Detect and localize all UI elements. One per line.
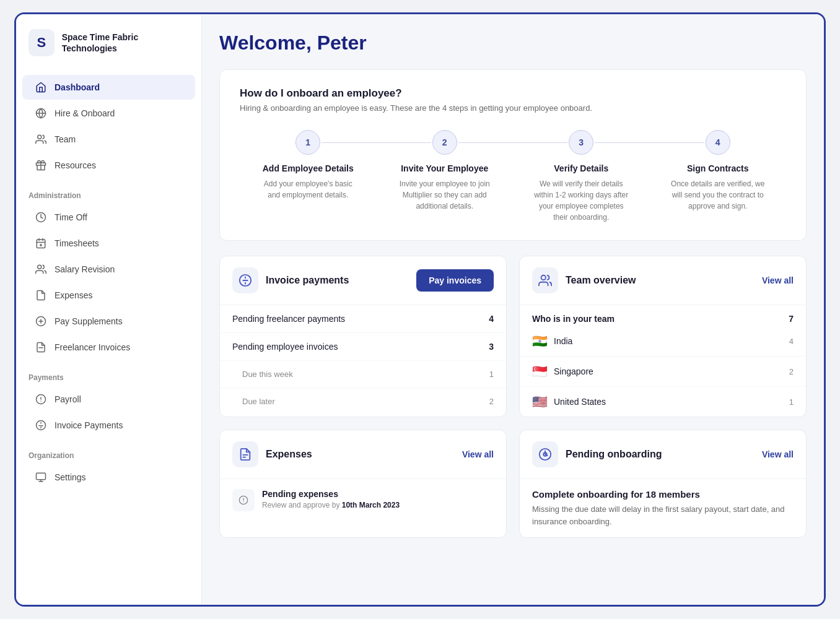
invoice-card-title: Invoice payments [266,275,349,286]
sidebar-item-label: Timesheets [55,238,99,248]
pending-exp-text: Pending expenses Review and approve by 1… [262,489,400,509]
company-name: Space Time Fabric Technologies [62,32,189,54]
org-section-label: Organization [16,444,201,464]
sidebar-item-invoice-payments[interactable]: Invoice Payments [22,413,195,438]
who-in-team-label: Who is in your team 7 [520,305,806,326]
step-2-desc: Invite your employee to join Multiplier … [395,178,494,212]
expenses-icon-wrap [232,441,258,467]
pending-onboarding-header: Pending onboarding View all [520,430,806,479]
expenses-card: Expenses View all Pending expenses Revie… [219,430,507,538]
pending-freelancer-value: 4 [489,314,494,324]
svg-point-24 [541,275,546,280]
singapore-count: 2 [789,367,794,376]
plus-circle-icon [35,315,47,327]
sidebar-item-timesheets[interactable]: Timesheets [22,231,195,256]
due-this-week-label: Due this week [242,370,293,379]
sidebar-item-label: Resources [55,160,96,170]
svg-point-12 [38,265,42,269]
step-2-circle: 2 [432,130,457,155]
steps-container: 1 Add Employee Details Add your employee… [240,130,786,223]
invoice-icon-wrap [232,267,258,293]
svg-rect-20 [37,473,46,480]
invoice-icon [35,341,47,353]
pending-onboarding-card: Pending onboarding View all Complete onb… [519,430,807,538]
settings-icon [35,471,47,483]
sidebar-item-label: Invoice Payments [55,420,123,430]
india-flag: 🇮🇳 [532,334,548,348]
sidebar-item-label: Salary Revision [55,264,115,274]
sidebar-logo: S Space Time Fabric Technologies [16,29,201,74]
expenses-header: Expenses View all [220,430,506,479]
card-header-left: Expenses [232,441,312,467]
country-india-row: 🇮🇳 India 4 [520,326,806,357]
sidebar-item-pay-supplements[interactable]: Pay Supplements [22,309,195,334]
onboarding-card-title: Pending onboarding [566,449,662,460]
onboarding-card-body: Complete onboarding for 18 members Missi… [520,479,806,537]
team-icon [35,133,47,145]
india-count: 4 [789,337,794,346]
invoice-card-body: Pending freelancer payments 4 Pending em… [220,305,506,415]
due-this-week-row: Due this week 1 [220,361,506,388]
due-later-row: Due later 2 [220,388,506,415]
pending-exp-desc: Review and approve by 10th March 2023 [262,501,400,509]
onboarding-card: How do I onboard an employee? Hiring & o… [219,69,807,241]
sidebar-item-label: Pay Supplements [55,316,123,326]
sidebar-item-settings[interactable]: Settings [22,465,195,490]
page-title: Welcome, Peter [219,32,807,54]
step-3-desc: We will verify their details within 1-2 … [532,178,631,223]
step-3-title: Verify Details [554,163,608,173]
nav-org-section: Organization Settings [16,444,201,491]
payments-section-label: Payments [16,366,201,386]
sidebar-item-hire-onboard[interactable]: Hire & Onboard [22,101,195,126]
admin-section-label: Administration [16,184,201,204]
onboarding-icon-wrap [532,441,558,467]
due-later-label: Due later [242,397,275,406]
salary-icon [35,263,47,275]
onboard-pending-desc: Missing the due date will delay in the f… [532,503,794,527]
sidebar-item-label: Hire & Onboard [55,108,115,118]
invoice-payments-header: Invoice payments Pay invoices [220,256,506,305]
expenses-card-title: Expenses [266,449,312,460]
sidebar-item-freelancer-invoices[interactable]: Freelancer Invoices [22,335,195,360]
us-count: 1 [789,397,794,407]
sidebar-item-expenses[interactable]: Expenses [22,283,195,308]
us-name: United States [554,397,783,407]
sidebar-item-payroll[interactable]: Payroll [22,387,195,412]
sidebar-item-label: Time Off [55,212,87,222]
sidebar-item-label: Freelancer Invoices [55,342,130,352]
team-view-all-button[interactable]: View all [762,275,794,285]
timesheet-icon [35,237,47,249]
main-content: Welcome, Peter How do I onboard an emplo… [202,14,824,605]
due-later-value: 2 [489,397,494,406]
card-header-left: Invoice payments [232,267,349,293]
payroll-icon [35,393,47,405]
pay-invoices-button[interactable]: Pay invoices [416,269,494,292]
india-name: India [554,336,783,346]
card-header-left: Team overview [532,267,636,293]
team-overview-header: Team overview View all [520,256,806,305]
sidebar-item-resources[interactable]: Resources [22,153,195,178]
sidebar-item-dashboard[interactable]: Dashboard [22,75,195,100]
pending-exp-icon [232,489,255,511]
pending-employee-label: Pending employee invoices [232,342,338,352]
nav-main-section: Dashboard Hire & Onboard Team Resources [16,74,201,179]
singapore-flag: 🇸🇬 [532,364,548,379]
expenses-icon [35,289,47,301]
pending-freelancer-label: Pending freelancer payments [232,314,345,324]
sidebar-item-label: Team [55,134,76,144]
globe-icon [35,107,47,119]
sidebar-item-team[interactable]: Team [22,127,195,152]
pending-employee-value: 3 [489,342,494,352]
sidebar-item-time-off[interactable]: Time Off [22,205,195,230]
pending-expenses-row: Pending expenses Review and approve by 1… [220,479,506,521]
expenses-card-body: Pending expenses Review and approve by 1… [220,479,506,521]
due-this-week-value: 1 [489,370,494,379]
sidebar: S Space Time Fabric Technologies Dashboa… [16,14,202,605]
pending-employee-row: Pending employee invoices 3 [220,333,506,361]
sidebar-item-salary-revision[interactable]: Salary Revision [22,257,195,282]
onboard-title: How do I onboard an employee? [240,87,786,100]
onboarding-view-all-button[interactable]: View all [762,449,794,459]
svg-point-2 [38,135,42,139]
expenses-view-all-button[interactable]: View all [462,449,494,459]
dashboard-grid: Invoice payments Pay invoices Pending fr… [219,256,807,538]
